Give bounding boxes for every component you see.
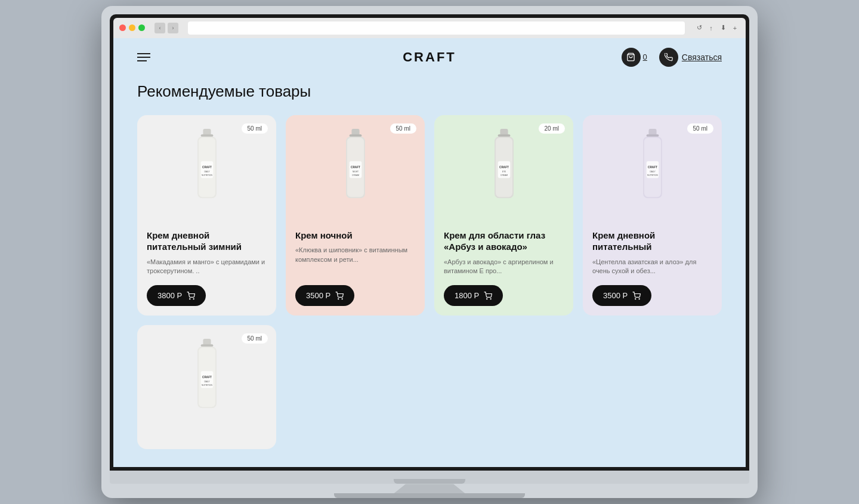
product-image-1: CRAFT DAILY NUTRITION [147,125,267,220]
product-image-3: CRAFT EYE CREAM [444,125,564,220]
cart-area: 0 [622,48,647,67]
volume-badge-1: 50 ml [242,123,268,134]
product-image-2: CRAFT NIGHT CREAM [295,125,415,220]
browser-navigation: ‹ › [155,23,178,33]
add-to-cart-button-2[interactable]: 3500 Р [295,285,354,306]
product-desc-1: «Макадамия и манго» с церамидами и трокс… [147,258,267,276]
svg-point-40 [639,299,639,299]
browser-actions: ↺ ↑ ⬇ + [694,23,740,33]
back-button[interactable]: ‹ [155,23,165,33]
svg-text:DAILY: DAILY [650,171,656,173]
svg-text:CRAFT: CRAFT [351,165,360,168]
site-logo[interactable]: CRAFT [403,50,456,65]
product-image-5: CRAFT DAILY NUTRITION [147,335,267,430]
forward-button[interactable]: › [168,23,178,33]
product-name-1: Крем дневной питательный зимний [147,230,267,253]
traffic-lights [119,24,145,31]
header-right: 0 Связаться [622,48,722,67]
cart-count: 0 [643,52,647,61]
products-grid: 50 ml CRAFT DAILY NUTRITION [137,115,722,316]
svg-text:CRAFT: CRAFT [202,165,212,168]
svg-point-19 [338,299,339,299]
svg-rect-32 [646,134,659,137]
svg-text:DAILY: DAILY [204,381,210,383]
product-card-5: 50 ml CRAFT DAILY NUTRITION [137,325,276,449]
price-label-4: 3500 Р [603,291,628,300]
laptop-foot [334,493,525,498]
phone-area: Связаться [659,48,722,67]
reload-icon[interactable]: ↺ [694,23,704,33]
share-icon[interactable]: ↑ [706,23,716,33]
address-bar[interactable] [188,21,685,35]
svg-text:NUTRITION: NUTRITION [202,384,212,386]
volume-badge-2: 50 ml [390,123,416,134]
product-card-4: 50 ml CRAFT DAILY NUTRITION [583,115,722,316]
product-image-4: CRAFT DAILY NUTRITION [592,125,712,220]
svg-text:CREAM: CREAM [352,174,359,176]
close-button[interactable] [119,24,126,31]
phone-icon[interactable] [659,48,678,67]
add-to-cart-button-4[interactable]: 3500 Р [592,285,651,306]
cart-icon[interactable] [622,48,641,67]
svg-rect-12 [349,134,361,137]
svg-point-29 [487,299,487,299]
laptop-notch [394,479,465,484]
svg-text:DAILY: DAILY [204,171,210,173]
volume-badge-5: 50 ml [242,333,268,344]
svg-text:CREAM: CREAM [500,174,508,176]
add-to-cart-button-1[interactable]: 3800 Р [147,285,206,306]
product-desc-2: «Клюква и шиповник» с витаминным комплек… [295,246,415,276]
volume-badge-4: 50 ml [687,123,713,134]
page-title: Рекомендуемые товары [137,82,722,101]
svg-text:CRAFT: CRAFT [648,165,657,168]
svg-point-9 [190,299,190,299]
product-name-4: Крем дневной питательный [592,230,712,253]
svg-rect-22 [498,134,510,137]
svg-point-10 [193,299,194,299]
product-card-1: 50 ml CRAFT DAILY NUTRITION [137,115,276,316]
price-label-3: 1800 Р [455,291,479,300]
svg-text:EYE: EYE [502,171,506,173]
svg-rect-42 [200,345,213,347]
minimize-button[interactable] [129,24,135,31]
page-content: Рекомендуемые товары 50 ml [113,76,746,468]
product-name-2: Крем ночной [295,230,415,242]
product-desc-4: «Центелла азиатская и алоэ» для очень су… [592,258,712,276]
volume-badge-3: 20 ml [539,123,565,134]
svg-text:CRAFT: CRAFT [202,376,212,379]
product-desc-3: «Арбуз и авокадо» с аргирелином и витами… [444,258,564,276]
product-name-3: Крем для области глаз «Арбуз и авокадо» [444,230,564,253]
contact-link[interactable]: Связаться [682,52,722,62]
second-products-row: 50 ml CRAFT DAILY NUTRITION [137,325,722,449]
svg-text:NIGHT: NIGHT [352,171,358,173]
price-label-2: 3500 Р [306,291,330,300]
laptop-stand [370,484,489,493]
site-header: CRAFT 0 [113,38,746,76]
website-content: CRAFT 0 [113,38,746,468]
newtab-icon[interactable]: + [730,23,740,33]
product-card-3: 20 ml CRAFT EYE CREAM [434,115,573,316]
menu-button[interactable] [137,53,150,61]
svg-text:CRAFT: CRAFT [499,165,509,168]
fullscreen-button[interactable] [138,24,145,31]
svg-point-20 [342,299,342,299]
svg-text:NUTRITION: NUTRITION [647,174,658,176]
product-card-2: 50 ml CRAFT NIGHT CREAM [286,115,425,316]
svg-rect-2 [200,134,213,137]
svg-point-30 [490,299,491,299]
svg-point-39 [635,299,636,299]
svg-text:NUTRITION: NUTRITION [202,174,212,176]
price-label-1: 3800 Р [157,291,182,300]
add-to-cart-button-3[interactable]: 1800 Р [444,285,503,306]
laptop-base [110,471,749,484]
download-icon[interactable]: ⬇ [718,23,728,33]
